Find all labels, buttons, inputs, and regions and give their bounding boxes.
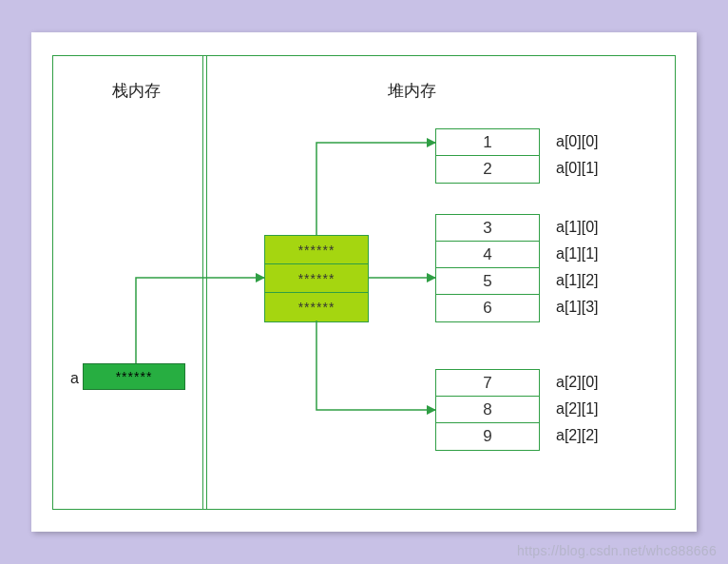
heap-pointer-array: ****** ****** ****** [264,235,369,322]
diagram-canvas: 栈内存 堆内存 a ****** ****** ****** ****** 1 … [31,32,697,532]
stack-title: 栈内存 [69,80,202,102]
cell-2-0: 7 [436,370,539,397]
variable-name-a: a [60,370,79,387]
cell-0-1: 2 [436,156,539,183]
value-group-0: 1 2 [435,128,540,184]
cell-2-1: 8 [436,397,539,423]
cell-0-0: 1 [436,129,539,156]
cell-1-2: 5 [436,268,539,295]
heap-title: 堆内存 [316,80,507,102]
index-label-0-1: a[0][1] [556,155,642,182]
pointer-row-0: ****** [265,236,368,264]
cell-1-1: 4 [436,242,539,268]
value-group-1: 3 4 5 6 [435,214,540,322]
pointer-row-1: ****** [265,264,368,293]
value-group-2: 7 8 9 [435,369,540,451]
stack-heap-divider [202,55,203,510]
watermark-text: https://blog.csdn.net/whc888666 [517,543,717,558]
cell-2-2: 9 [436,423,539,450]
cell-1-3: 6 [436,295,539,321]
cell-1-0: 3 [436,215,539,242]
index-label-1-1: a[1][1] [556,241,642,267]
stack-variable-box: ****** [83,363,185,390]
index-label-1-0: a[1][0] [556,214,642,241]
index-label-1-2: a[1][2] [556,267,642,294]
index-label-2-2: a[2][2] [556,422,642,449]
index-label-0-0: a[0][0] [556,128,642,155]
index-label-1-3: a[1][3] [556,294,642,321]
index-label-2-0: a[2][0] [556,369,642,396]
stack-heap-divider-2 [206,55,207,510]
pointer-row-2: ****** [265,293,368,321]
index-label-2-1: a[2][1] [556,396,642,422]
